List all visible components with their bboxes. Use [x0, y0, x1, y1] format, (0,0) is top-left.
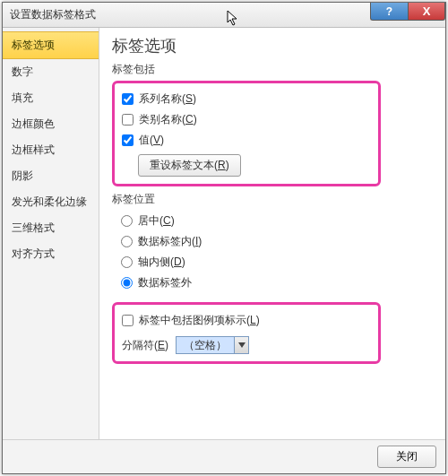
sidebar: 标签选项 数字 填充 边框颜色 边框样式 阴影 发光和柔化边缘 三维格式 对齐方… — [3, 28, 99, 439]
row-legend-key: 标签中包括图例项标示(L) — [122, 310, 371, 331]
label-pos-center: 居中(C) — [138, 213, 175, 229]
checkbox-category-name[interactable] — [122, 114, 134, 125]
dialog-body: 标签选项 数字 填充 边框颜色 边框样式 阴影 发光和柔化边缘 三维格式 对齐方… — [3, 28, 445, 439]
close-dialog-button[interactable]: 关闭 — [377, 446, 436, 468]
dialog-window: 设置数据标签格式 ? X 标签选项 数字 填充 边框颜色 边框样式 阴影 发光和… — [2, 2, 446, 474]
highlight-includes: 系列名称(S) 类别名称(C) 值(V) 重设标签文本(R) — [112, 81, 381, 186]
page-title: 标签选项 — [112, 35, 381, 56]
sidebar-item-border-style[interactable]: 边框样式 — [3, 137, 99, 163]
cursor-icon — [227, 10, 239, 26]
row-pos-inside-end: 数据标签内(I) — [121, 231, 381, 252]
separator-combobox[interactable]: （空格） — [176, 336, 249, 354]
close-button[interactable]: X — [408, 3, 445, 21]
row-separator: 分隔符(E) （空格） — [122, 336, 371, 354]
position-section-label: 标签位置 — [112, 192, 381, 207]
sidebar-item-label-options[interactable]: 标签选项 — [3, 31, 99, 59]
row-pos-inside-base: 轴内侧(D) — [121, 252, 381, 273]
label-pos-inside-base: 轴内侧(D) — [138, 255, 185, 270]
sidebar-item-glow[interactable]: 发光和柔化边缘 — [3, 189, 99, 215]
chevron-down-icon — [234, 337, 248, 353]
radio-pos-inside-end[interactable] — [121, 236, 133, 247]
label-legend-key: 标签中包括图例项标示(L) — [139, 313, 260, 328]
includes-section-label: 标签包括 — [112, 62, 381, 77]
sidebar-item-fill[interactable]: 填充 — [3, 85, 99, 111]
row-value: 值(V) — [122, 130, 371, 151]
checkbox-legend-key[interactable] — [122, 315, 134, 326]
label-pos-outside-end: 数据标签外 — [138, 275, 192, 290]
reset-label-text-button[interactable]: 重设标签文本(R) — [138, 154, 241, 177]
label-separator: 分隔符(E) — [122, 338, 168, 353]
label-value: 值(V) — [139, 133, 164, 148]
sidebar-item-border-color[interactable]: 边框颜色 — [3, 111, 99, 137]
content-pane: 标签选项 标签包括 系列名称(S) 类别名称(C) 值(V) — [99, 28, 445, 439]
checkbox-value[interactable] — [122, 134, 134, 146]
help-button[interactable]: ? — [370, 3, 408, 21]
sidebar-item-3d-format[interactable]: 三维格式 — [3, 215, 99, 241]
checkbox-series-name[interactable] — [122, 93, 134, 105]
row-pos-outside-end: 数据标签外 — [121, 273, 381, 293]
label-category-name: 类别名称(C) — [139, 112, 197, 127]
dialog-footer: 关闭 — [3, 439, 445, 473]
titlebar: 设置数据标签格式 ? X — [3, 3, 445, 28]
row-pos-center: 居中(C) — [121, 211, 381, 231]
label-pos-inside-end: 数据标签内(I) — [138, 234, 202, 249]
sidebar-item-shadow[interactable]: 阴影 — [3, 163, 99, 189]
row-series-name: 系列名称(S) — [122, 89, 371, 109]
row-category-name: 类别名称(C) — [122, 109, 371, 130]
sidebar-item-alignment[interactable]: 对齐方式 — [3, 241, 99, 267]
radio-pos-center[interactable] — [121, 215, 133, 227]
titlebar-buttons: ? X — [370, 3, 445, 21]
window-title: 设置数据标签格式 — [3, 7, 96, 22]
highlight-separator: 标签中包括图例项标示(L) 分隔符(E) （空格） — [112, 302, 381, 364]
radio-pos-outside-end[interactable] — [121, 277, 133, 289]
label-series-name: 系列名称(S) — [139, 91, 196, 107]
radio-pos-inside-base[interactable] — [121, 256, 133, 268]
sidebar-item-number[interactable]: 数字 — [3, 59, 99, 85]
separator-value: （空格） — [177, 337, 234, 353]
